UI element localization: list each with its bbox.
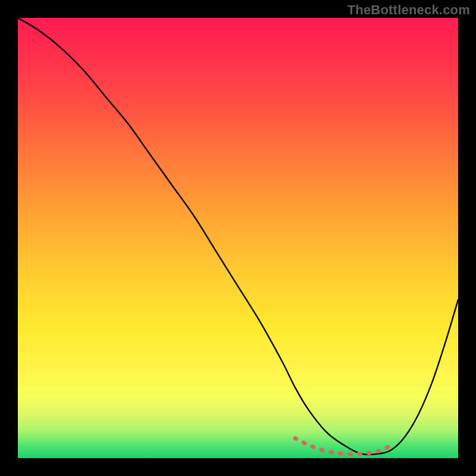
chart-bottom-dotted bbox=[295, 439, 392, 455]
chart-curve-layer bbox=[18, 18, 458, 458]
chart-main-line bbox=[18, 18, 458, 455]
watermark-text: TheBottleneck.com bbox=[347, 2, 470, 18]
chart-plot-area bbox=[18, 18, 458, 458]
